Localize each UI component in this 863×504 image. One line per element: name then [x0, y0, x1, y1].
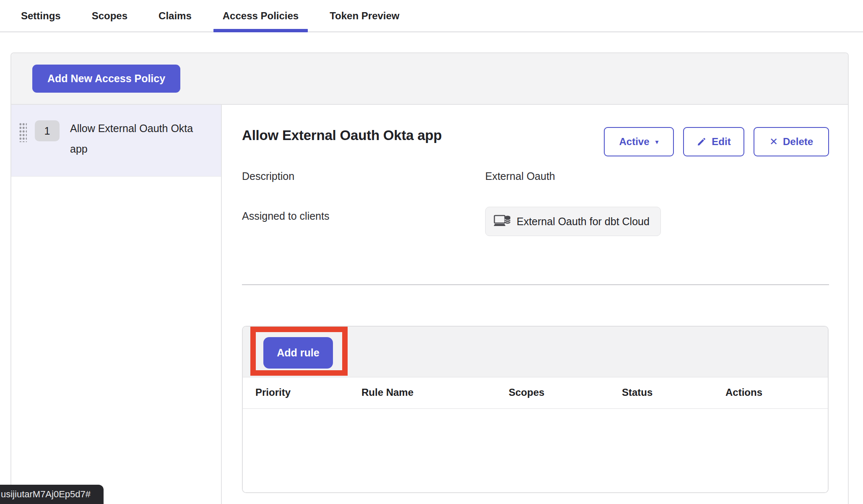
delete-button-label: Delete [783, 136, 813, 148]
drag-handle-icon[interactable] [18, 122, 27, 142]
column-header-rule-name: Rule Name [361, 387, 413, 398]
client-app-icon [493, 214, 511, 229]
tab-settings[interactable]: Settings [12, 0, 70, 31]
description-value: External Oauth [485, 170, 555, 182]
annotation-highlight: Add rule [250, 327, 348, 376]
policy-title: Allow External Oauth Okta app [242, 127, 442, 143]
rules-table-header: Priority Rule Name Scopes Status Actions [243, 377, 828, 409]
policy-action-buttons: Active ▾ Edit ✕ Delete [604, 127, 829, 156]
edit-pencil-icon [697, 137, 707, 147]
policy-list-item[interactable]: 1 Allow External Oauth Okta app [11, 105, 221, 177]
delete-x-icon: ✕ [769, 136, 778, 148]
policy-priority-badge: 1 [35, 120, 60, 141]
column-header-priority: Priority [255, 387, 291, 398]
status-dropdown-button[interactable]: Active ▾ [604, 127, 674, 156]
rules-table-empty-body [243, 409, 828, 493]
tab-scopes[interactable]: Scopes [83, 0, 137, 31]
edit-button-label: Edit [712, 136, 730, 148]
tab-access-policies[interactable]: Access Policies [213, 0, 308, 31]
link-preview-tooltip: usijiutarM7Aj0Ep5d7# [0, 485, 104, 504]
column-header-status: Status [622, 387, 652, 398]
column-header-actions: Actions [725, 387, 762, 398]
status-dropdown-label: Active [619, 136, 649, 148]
tab-claims[interactable]: Claims [149, 0, 201, 31]
tab-bar: Settings Scopes Claims Access Policies T… [0, 0, 863, 32]
chevron-down-icon: ▾ [655, 138, 659, 146]
delete-policy-button[interactable]: ✕ Delete [754, 127, 829, 156]
rules-card: Add rule Priority Rule Name Scopes Statu… [242, 326, 829, 493]
assigned-client-chip[interactable]: External Oauth for dbt Cloud [485, 207, 661, 236]
policies-toolbar: Add New Access Policy [11, 53, 848, 105]
policy-list-item-label: Allow External Oauth Okta app [70, 118, 196, 159]
rules-toolbar: Add rule [243, 327, 828, 377]
access-policies-panel: Add New Access Policy 1 Allow External O… [10, 52, 849, 504]
policy-list-sidebar: 1 Allow External Oauth Okta app [11, 105, 222, 504]
add-new-access-policy-button[interactable]: Add New Access Policy [32, 65, 180, 93]
assigned-client-name: External Oauth for dbt Cloud [517, 216, 650, 228]
description-label: Description [242, 170, 294, 182]
edit-policy-button[interactable]: Edit [683, 127, 744, 156]
assigned-to-clients-label: Assigned to clients [242, 210, 329, 222]
column-header-scopes: Scopes [509, 387, 544, 398]
add-rule-button[interactable]: Add rule [263, 337, 333, 369]
policy-detail-panel: Allow External Oauth Okta app Active ▾ E… [222, 105, 848, 504]
tab-token-preview[interactable]: Token Preview [320, 0, 408, 31]
section-divider [242, 284, 829, 285]
